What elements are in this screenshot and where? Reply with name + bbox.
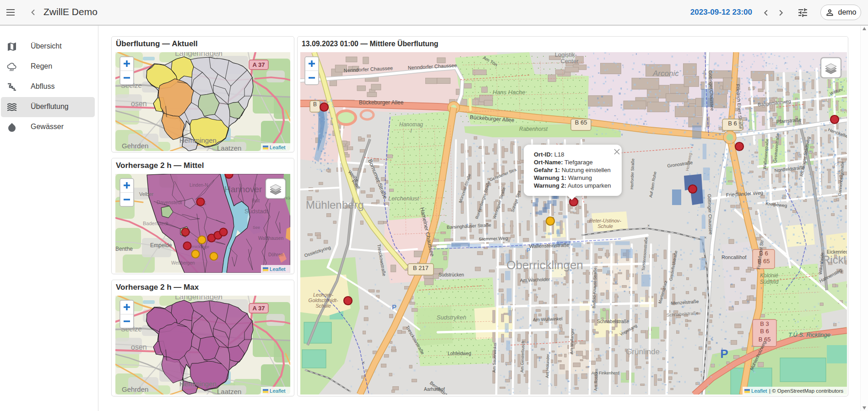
svg-text:B 217: B 217 <box>413 265 429 271</box>
svg-text:Davenstedt: Davenstedt <box>157 200 182 205</box>
svg-text:Lerchenlust: Lerchenlust <box>388 195 420 202</box>
svg-text:B 6: B 6 <box>760 328 769 335</box>
svg-text:Schule: Schule <box>597 223 613 229</box>
svg-text:Lohfeldweg: Lohfeldweg <box>448 351 471 356</box>
svg-text:Schnabelstraße: Schnabelstraße <box>597 319 629 324</box>
svg-text:Warnung 2: Autos umparken: Warnung 2: Autos umparken <box>534 182 611 189</box>
svg-text:Rabenhorst: Rabenhorst <box>519 126 548 132</box>
svg-text:Bult: Bult <box>252 198 260 203</box>
svg-text:A 37: A 37 <box>253 61 265 68</box>
svg-text:B: B <box>313 101 317 108</box>
svg-text:T.U.S. Ricklinge: T.U.S. Ricklinge <box>788 331 830 338</box>
svg-text:Hanomag: Hanomag <box>399 121 423 128</box>
svg-text:Sudstryken: Sudstryken <box>436 314 466 321</box>
svg-text:Grünlinde: Grünlinde <box>626 347 660 356</box>
svg-text:Linden-N: Linden-N <box>190 183 208 188</box>
svg-text:Am Wacholder: Am Wacholder <box>520 277 550 283</box>
svg-text:Hannover: Hannover <box>224 184 262 194</box>
svg-text:Waldhausen: Waldhausen <box>258 236 283 241</box>
svg-text:P: P <box>526 247 531 254</box>
svg-text:Stemmer.Weg: Stemmer.Weg <box>479 236 508 242</box>
svg-text:Schule: Schule <box>315 303 331 308</box>
svg-text:Empelde: Empelde <box>150 242 172 249</box>
svg-text:Badenstedt: Badenstedt <box>143 221 168 226</box>
svg-text:Langenhagen: Langenhagen <box>175 296 222 301</box>
svg-text:Leaflet: Leaflet <box>270 388 286 394</box>
svg-text:B 6: B 6 <box>728 120 737 127</box>
svg-text:Laatzen: Laatzen <box>217 144 241 151</box>
svg-text:Gehrden: Gehrden <box>122 385 148 393</box>
svg-text:Am Wullanger: Am Wullanger <box>569 328 575 354</box>
svg-text:Am Finkenherd: Am Finkenherd <box>591 371 619 375</box>
svg-text:See: See <box>253 225 260 230</box>
svg-text:Bückeburger Allee: Bückeburger Allee <box>359 99 404 106</box>
svg-text:Leonore-: Leonore- <box>313 292 333 297</box>
svg-text:×: × <box>647 223 650 228</box>
svg-text:A 37: A 37 <box>253 305 265 312</box>
svg-text:B 65: B 65 <box>575 119 587 126</box>
svg-text:osen: osen <box>131 343 147 351</box>
svg-text:Mühlenberg: Mühlenberg <box>306 199 364 211</box>
svg-text:Benthe: Benthe <box>115 246 133 252</box>
svg-text:P: P <box>720 347 728 361</box>
svg-text:Döhren: Döhren <box>268 252 283 257</box>
svg-text:Kle: Kle <box>286 196 290 200</box>
svg-text:Ricklin: Ricklin <box>822 254 847 266</box>
svg-text:Hemmingen: Hemmingen <box>179 136 217 144</box>
svg-text:osen: osen <box>131 100 147 108</box>
svg-text:×: × <box>362 360 365 365</box>
svg-text:B 3: B 3 <box>760 320 769 327</box>
svg-text:Aarhushof: Aarhushof <box>424 387 445 392</box>
svg-text:Ort-Name: Tiefgarage: Ort-Name: Tiefgarage <box>534 159 593 166</box>
svg-text:Gefahr 1: Nutzung einstellen: Gefahr 1: Nutzung einstellen <box>534 167 611 173</box>
svg-text:Goldschmidt-: Goldschmidt- <box>309 297 338 303</box>
svg-text:Hans Hache: Hans Hache <box>493 89 526 96</box>
svg-text:Am Wullwinkel: Am Wullwinkel <box>533 316 563 322</box>
svg-text:| © OpenStreetMap contributors: | © OpenStreetMap contributors <box>769 388 844 394</box>
svg-text:Leaflet: Leaflet <box>270 145 286 150</box>
svg-text:Südfeld: Südfeld <box>760 279 779 285</box>
svg-text:Oberricklingen: Oberricklingen <box>506 258 583 272</box>
svg-text:Ort-ID: L18: Ort-ID: L18 <box>534 151 564 158</box>
svg-text:Eickenried: Eickenried <box>827 249 847 254</box>
svg-text:Leaflet: Leaflet <box>751 388 767 394</box>
svg-text:Peter-Ustinov-: Peter-Ustinov- <box>589 218 621 223</box>
svg-text:Roncallihof: Roncallihof <box>722 254 747 260</box>
svg-text:Center: Center <box>560 58 579 65</box>
svg-text:Am Wullanger: Am Wullanger <box>570 270 576 297</box>
svg-text:Kolonie: Kolonie <box>760 272 778 279</box>
svg-text:Hemmingen: Hemmingen <box>179 380 217 388</box>
svg-text:Warnung 1: Warnung: Warnung 1: Warnung <box>534 174 592 181</box>
svg-text:Arconic: Arconic <box>652 69 679 78</box>
svg-text:Laatzen: Laatzen <box>217 388 241 395</box>
svg-text:Velber: Velber <box>139 191 154 197</box>
svg-text:Leaflet: Leaflet <box>270 266 286 272</box>
svg-text:Sudstrücken: Sudstrücken <box>439 272 464 277</box>
svg-text:Am Holunder: Am Holunder <box>545 354 550 378</box>
svg-text:Südstadt: Südstadt <box>244 208 268 215</box>
svg-text:P: P <box>392 303 396 311</box>
svg-text:Wettbergen: Wettbergen <box>171 260 195 265</box>
svg-text:Langenhagen: Langenhagen <box>175 52 222 58</box>
svg-text:Gehrden: Gehrden <box>122 142 148 150</box>
